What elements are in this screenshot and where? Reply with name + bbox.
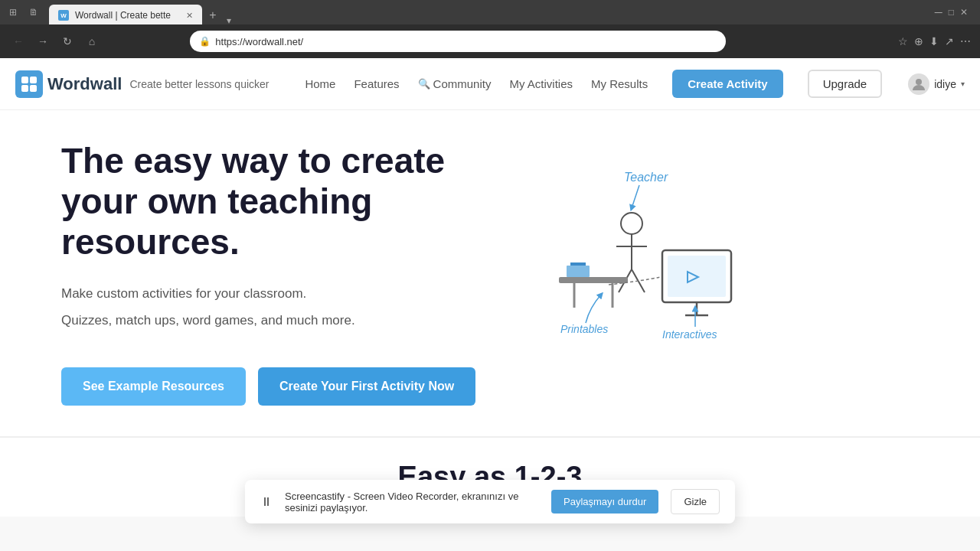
home-button[interactable]: ⌂ — [83, 32, 101, 51]
nav-my-activities[interactable]: My Activities — [509, 77, 573, 90]
brand-logo[interactable]: Wordwall — [15, 70, 122, 98]
bookmark-icon[interactable]: ☆ — [898, 35, 908, 47]
lock-icon: 🔒 — [199, 36, 211, 47]
logo-sq-2 — [30, 77, 37, 83]
notification-bar: ⏸ Screencastify - Screen Video Recorder,… — [245, 480, 735, 523]
svg-point-0 — [916, 79, 922, 85]
hero-title: The easy way to create your own teaching… — [61, 141, 490, 262]
user-name: idiye — [934, 78, 956, 90]
create-first-activity-button[interactable]: Create Your First Activity Now — [258, 367, 475, 406]
back-button[interactable]: ← — [9, 32, 28, 51]
screencastify-icon: ⏸ — [260, 495, 273, 509]
minimize-button[interactable]: ─ — [935, 6, 942, 18]
share-icon[interactable]: ↗ — [945, 35, 954, 47]
address-bar: ← → ↻ ⌂ 🔒 https://wordwall.net/ ☆ ⊕ ⬇ ↗ … — [0, 24, 980, 58]
title-bar: ⊞ 🗎 W Wordwall | Create bette ✕ + ▾ ─ □ … — [0, 0, 980, 24]
upgrade-button[interactable]: Upgrade — [808, 70, 883, 98]
logo-icon — [15, 70, 43, 98]
brand-name: Wordwall — [47, 74, 122, 94]
logo-sq-1 — [21, 77, 28, 83]
svg-rect-10 — [570, 262, 586, 266]
forward-button[interactable]: → — [34, 32, 52, 51]
tab-close-button[interactable]: ✕ — [186, 11, 193, 21]
hero-content: The easy way to create your own teaching… — [61, 141, 490, 406]
url-text: https://wordwall.net/ — [215, 36, 303, 47]
maximize-button[interactable]: □ — [949, 7, 954, 18]
hero-section: The easy way to create your own teaching… — [0, 110, 980, 436]
avatar — [908, 73, 929, 95]
brand-tagline: Create better lessons quicker — [129, 78, 269, 90]
new-tab-button[interactable]: + — [202, 5, 224, 26]
close-button[interactable]: ✕ — [960, 7, 968, 18]
taskbar-icon-doc: 🗎 — [29, 7, 38, 18]
teaching-illustration: Teacher — [490, 158, 735, 388]
user-menu[interactable]: idiye ▾ — [908, 73, 965, 95]
nav-links: Home Features 🔍 Community My Activities … — [305, 70, 965, 98]
nav-community-label: Community — [433, 77, 492, 90]
hero-subtitle1: Make custom activities for your classroo… — [61, 284, 490, 304]
more-button[interactable]: ⋯ — [960, 35, 971, 47]
hero-subtitle2: Quizzes, match ups, word games, and much… — [61, 311, 490, 331]
create-activity-button[interactable]: Create Activity — [672, 70, 783, 98]
see-example-button[interactable]: See Example Resources — [61, 367, 246, 406]
tab-favicon: W — [58, 10, 69, 21]
navbar: Wordwall Create better lessons quicker H… — [0, 58, 980, 110]
active-tab[interactable]: W Wordwall | Create bette ✕ — [49, 5, 202, 26]
svg-rect-9 — [567, 266, 590, 277]
tab-title: Wordwall | Create bette — [75, 10, 171, 21]
nav-home[interactable]: Home — [305, 77, 335, 90]
svg-rect-6 — [559, 277, 628, 283]
nav-community[interactable]: 🔍 Community — [418, 77, 492, 90]
tab-bar: W Wordwall | Create bette ✕ + ▾ — [43, 0, 924, 26]
page-content: Wordwall Create better lessons quicker H… — [0, 58, 980, 551]
teacher-label: Teacher — [624, 171, 668, 184]
avatar-icon — [911, 77, 926, 92]
hero-illustration: Teacher — [490, 158, 735, 388]
svg-point-1 — [621, 213, 642, 234]
printables-label: Printables — [560, 323, 608, 335]
notification-text: Screencastify - Screen Video Recorder, e… — [285, 491, 539, 514]
logo-sq-3 — [21, 85, 28, 92]
search-icon: 🔍 — [418, 78, 430, 90]
logo-sq-4 — [30, 85, 37, 92]
window-controls: ─ □ ✕ — [929, 6, 974, 18]
hero-buttons: See Example Resources Create Your First … — [61, 367, 490, 406]
extensions-icon[interactable]: ⊕ — [914, 35, 923, 47]
hide-button[interactable]: Gizle — [671, 489, 720, 514]
stop-sharing-button[interactable]: Paylaşmayı durdur — [551, 490, 658, 514]
nav-features[interactable]: Features — [354, 77, 399, 90]
download-icon[interactable]: ⬇ — [929, 35, 939, 47]
nav-my-results[interactable]: My Results — [591, 77, 648, 90]
address-input[interactable]: 🔒 https://wordwall.net/ — [190, 31, 726, 52]
logo-grid — [21, 77, 37, 92]
interactives-label: Interactives — [662, 328, 717, 341]
taskbar-icon-img: ⊞ — [9, 7, 17, 18]
refresh-button[interactable]: ↻ — [58, 32, 77, 51]
title-bar-left: ⊞ 🗎 — [6, 7, 38, 18]
user-chevron-icon: ▾ — [961, 80, 965, 88]
address-bar-icons: ☆ ⊕ ⬇ ↗ ⋯ — [898, 35, 971, 47]
